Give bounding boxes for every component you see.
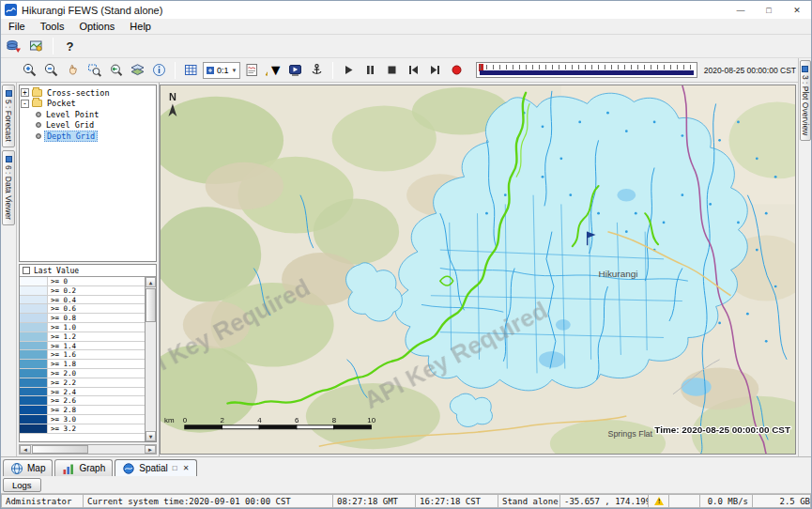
- tab-data-viewer-label: 6 : Data Viewer: [4, 165, 13, 220]
- tab-graph[interactable]: Graph: [54, 459, 113, 476]
- step-backward-button[interactable]: [404, 60, 423, 80]
- scroll-thumb[interactable]: [146, 288, 156, 322]
- panel-horizontal-scrollbar[interactable]: ◄ ►: [19, 444, 157, 455]
- record-button[interactable]: [447, 60, 467, 80]
- tab-plot-overview[interactable]: 3 : Plot Overview: [800, 60, 811, 141]
- legend-swatch: [20, 277, 48, 285]
- grid-display-button[interactable]: [181, 60, 201, 80]
- current-time-label: 2020-08-25 00:00:00 CST: [704, 66, 798, 75]
- legend-label: >= 1.6: [48, 350, 76, 359]
- scroll-left-icon[interactable]: ◄: [20, 445, 31, 454]
- scroll-right-icon[interactable]: ►: [145, 445, 156, 454]
- tab-restore-icon[interactable]: □: [172, 464, 178, 473]
- chart-icon: [62, 462, 75, 475]
- legend-row: >= 1.6: [20, 350, 145, 360]
- window-title: Hikurangi FEWS (Stand alone): [22, 5, 162, 16]
- legend-row: >= 2.4: [20, 388, 145, 397]
- tab-forecast[interactable]: 5 : Forecast: [2, 85, 15, 147]
- status-gmt-time: 08:27:18 GMT: [333, 494, 416, 508]
- time-slider[interactable]: [476, 62, 697, 78]
- tree-item-label: Depth Grid: [44, 131, 98, 142]
- logs-button[interactable]: Logs: [3, 478, 41, 492]
- zoom-out-button[interactable]: [41, 60, 61, 80]
- toolbar-separator: [53, 38, 54, 54]
- play-button[interactable]: [339, 60, 359, 80]
- layers-button[interactable]: [128, 60, 147, 80]
- tree-item[interactable]: -Pocket: [21, 99, 155, 110]
- tab-plot-overview-label: 3 : Plot Overview: [801, 75, 810, 135]
- warnings-dropdown[interactable]: ▼: [264, 60, 283, 80]
- menu-file[interactable]: File: [1, 20, 33, 33]
- spatial-icon: [122, 462, 135, 475]
- legend-panel: Last Value >= 0>= 0.2>= 0.4>= 0.6>= 0.8>…: [19, 264, 157, 442]
- time-slider-ticks: [480, 65, 693, 69]
- main-toolbar: ?: [1, 35, 811, 58]
- node-bullet-icon: [36, 133, 41, 139]
- last-value-checkbox[interactable]: [23, 267, 30, 274]
- map-view[interactable]: Hikurangi Springs Flat API Key Required …: [160, 85, 796, 455]
- application-window: Hikurangi FEWS (Stand alone) — □ ✕ File …: [0, 0, 812, 509]
- tab-map[interactable]: Map: [3, 459, 53, 476]
- zoom-box-button[interactable]: [84, 60, 104, 80]
- legend-label: >= 2.8: [48, 406, 76, 414]
- maximize-button[interactable]: □: [755, 1, 783, 19]
- tree-item[interactable]: Level Grid: [21, 120, 155, 131]
- forecast-tab-icon: [6, 90, 12, 97]
- scroll-down-icon[interactable]: ▼: [146, 431, 156, 441]
- legend-label: >= 1.8: [48, 360, 76, 368]
- tree-expander-icon[interactable]: -: [21, 100, 29, 108]
- database-import-button[interactable]: [4, 37, 23, 56]
- map-display-button[interactable]: [26, 37, 46, 56]
- last-value-label: Last Value: [34, 267, 79, 275]
- time-interval-dropdown[interactable]: 0:1 ▼: [203, 62, 240, 79]
- legend-label: >= 2.2: [48, 378, 76, 387]
- map-time-label: Time: 2020-08-25 00:00:00 CST: [654, 424, 790, 435]
- zoom-previous-button[interactable]: [106, 60, 126, 80]
- info-button[interactable]: [149, 60, 169, 80]
- tree-item[interactable]: Depth Grid: [21, 131, 155, 142]
- legend-row: >= 1.0: [20, 323, 145, 332]
- tab-spatial[interactable]: Spatial □ ✕: [115, 459, 197, 476]
- legend-swatch: [20, 350, 48, 359]
- tab-spatial-label: Spatial: [139, 463, 168, 473]
- legend-label: >= 0.8: [48, 314, 76, 322]
- warning-icon: [654, 497, 664, 505]
- legend-row: >= 0.6: [20, 304, 145, 314]
- zoom-in-button[interactable]: [20, 60, 39, 80]
- close-button[interactable]: ✕: [783, 1, 811, 19]
- tab-close-icon[interactable]: ✕: [182, 464, 191, 473]
- step-forward-button[interactable]: [425, 60, 445, 80]
- layer-tree[interactable]: +Cross-section-PocketLevel PointLevel Gr…: [19, 85, 157, 262]
- menu-help[interactable]: Help: [122, 20, 159, 33]
- tree-item[interactable]: Level Point: [21, 109, 155, 120]
- status-bar: Administrator Current system time:2020-0…: [1, 493, 811, 508]
- scroll-up-icon[interactable]: ▲: [146, 277, 156, 287]
- legend-swatch: [20, 415, 48, 424]
- legend-swatch: [20, 332, 48, 341]
- minimize-button[interactable]: —: [727, 1, 755, 19]
- pan-hand-button[interactable]: [63, 60, 83, 80]
- pause-button[interactable]: [360, 60, 380, 80]
- node-bullet-icon: [36, 112, 41, 117]
- legend-swatch: [20, 304, 48, 313]
- status-warning-cell[interactable]: [649, 494, 669, 508]
- tab-data-viewer[interactable]: 6 : Data Viewer: [2, 150, 15, 225]
- menu-tools[interactable]: Tools: [33, 20, 72, 33]
- tab-map-label: Map: [27, 463, 45, 473]
- tree-item[interactable]: +Cross-section: [21, 87, 155, 99]
- tree-item-label: Level Grid: [44, 120, 96, 130]
- profile-document-button[interactable]: [242, 60, 262, 80]
- help-button[interactable]: ?: [60, 37, 80, 56]
- legend-vertical-scrollbar[interactable]: ▲ ▼: [145, 277, 156, 441]
- anchor-export-button[interactable]: [307, 60, 327, 80]
- map-canvas[interactable]: Hikurangi Springs Flat API Key Required …: [161, 85, 795, 454]
- tree-expander-icon[interactable]: +: [21, 88, 29, 97]
- interval-value: 0:1: [217, 66, 229, 75]
- status-system-time: Current system time:2020-09-01 00:00 CST: [84, 494, 333, 508]
- animation-button[interactable]: [285, 60, 305, 80]
- menu-options[interactable]: Options: [71, 20, 122, 33]
- north-label: N: [169, 91, 176, 102]
- tree-item-label: Pocket: [45, 99, 78, 108]
- scroll-thumb[interactable]: [32, 445, 88, 454]
- stop-button[interactable]: [382, 60, 402, 80]
